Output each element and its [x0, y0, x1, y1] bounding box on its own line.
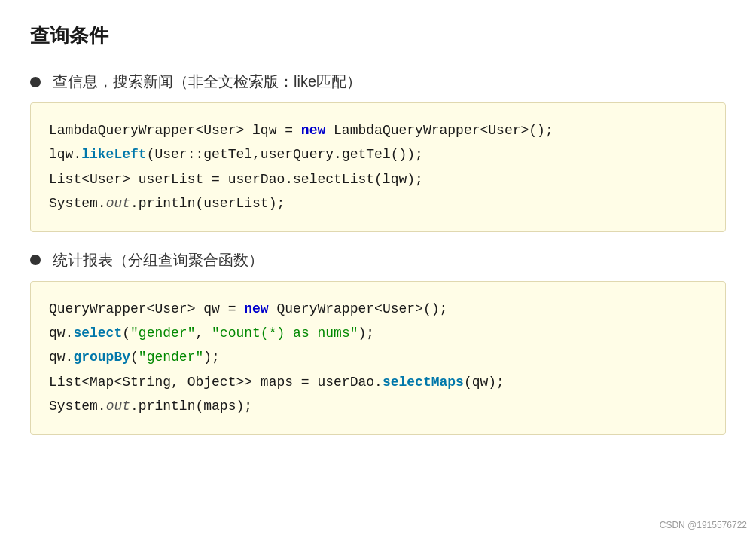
code-line-2-2: qw.select("gender", "count(*) as nums"); — [49, 321, 707, 345]
code-plain: QueryWrapper<User>(); — [269, 301, 448, 316]
code-keyword: new — [301, 123, 325, 138]
code-plain: List<Map<String, Object>> maps = userDao… — [49, 374, 383, 390]
code-block-2: QueryWrapper<User> qw = new QueryWrapper… — [30, 281, 726, 435]
code-plain: qw. — [49, 326, 73, 341]
code-keyword: new — [244, 301, 268, 316]
code-plain: lqw. — [49, 147, 81, 162]
code-line-1-3: List<User> userList = userDao.selectList… — [49, 167, 707, 191]
code-plain: LambdaQueryWrapper<User> lqw = — [49, 123, 301, 138]
bullet-row-1: 查信息，搜索新闻（非全文检索版：like匹配） — [30, 72, 726, 92]
code-plain: , — [195, 326, 212, 341]
code-plain: (qw); — [464, 374, 505, 390]
code-string: "gender" — [130, 326, 195, 341]
code-plain: System. — [49, 399, 106, 414]
code-method: select — [73, 326, 122, 341]
code-method: groupBy — [73, 350, 130, 365]
code-italic: out — [106, 399, 130, 414]
page-title: 查询条件 — [30, 23, 726, 49]
code-plain: (User::getTel,userQuery.getTel()); — [147, 147, 423, 162]
code-plain: .println(userList); — [130, 196, 285, 211]
code-line-1-2: lqw.likeLeft(User::getTel,userQuery.getT… — [49, 142, 707, 167]
code-plain: .println(maps); — [130, 399, 252, 414]
code-plain: ); — [358, 326, 375, 341]
code-plain: QueryWrapper<User> qw = — [49, 301, 244, 316]
code-plain: LambdaQueryWrapper<User>(); — [325, 123, 553, 138]
code-plain: ( — [130, 350, 139, 365]
bullet-dot — [30, 255, 41, 265]
code-line-1-1: LambdaQueryWrapper<User> lqw = new Lambd… — [49, 118, 707, 142]
code-method: selectMaps — [383, 374, 464, 390]
code-string: "count(*) as nums" — [212, 326, 358, 341]
bullet-dot — [30, 77, 41, 87]
code-line-2-1: QueryWrapper<User> qw = new QueryWrapper… — [49, 297, 707, 321]
code-string: "gender" — [139, 350, 203, 365]
code-plain: System. — [49, 196, 106, 211]
code-plain: qw. — [49, 350, 73, 365]
code-line-1-4: System.out.println(userList); — [49, 191, 707, 216]
code-plain: List<User> userList = userDao.selectList… — [49, 172, 423, 187]
code-plain: ( — [122, 326, 130, 341]
code-plain: ); — [203, 350, 220, 365]
section-2: 统计报表（分组查询聚合函数）QueryWrapper<User> qw = ne… — [30, 250, 726, 435]
code-line-2-4: List<Map<String, Object>> maps = userDao… — [49, 370, 707, 394]
bullet-row-2: 统计报表（分组查询聚合函数） — [30, 250, 726, 271]
section-1: 查信息，搜索新闻（非全文检索版：like匹配）LambdaQueryWrappe… — [30, 72, 726, 232]
code-block-1: LambdaQueryWrapper<User> lqw = new Lambd… — [30, 102, 726, 232]
code-line-2-5: System.out.println(maps); — [49, 394, 707, 418]
bullet-text: 统计报表（分组查询聚合函数） — [53, 250, 264, 271]
bullet-text: 查信息，搜索新闻（非全文检索版：like匹配） — [53, 72, 361, 92]
watermark: CSDN @1915576722 — [660, 520, 747, 530]
code-italic: out — [106, 196, 130, 211]
code-method: likeLeft — [81, 147, 146, 162]
code-line-2-3: qw.groupBy("gender"); — [49, 345, 707, 369]
